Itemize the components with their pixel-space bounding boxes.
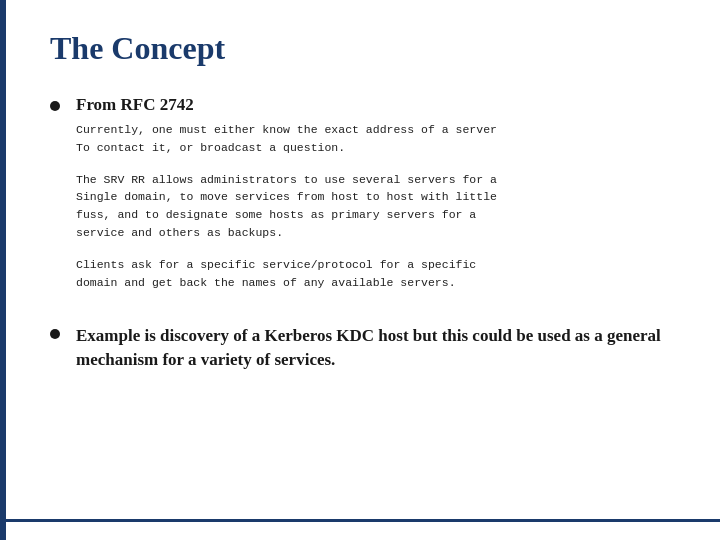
- left-border-decoration: [0, 0, 6, 540]
- bullet-dot-2: [50, 329, 60, 339]
- bullet-2-label: Example is discovery of a Kerberos KDC h…: [76, 324, 680, 373]
- bottom-border-decoration: [0, 519, 720, 522]
- bullet-item-2: Example is discovery of a Kerberos KDC h…: [50, 324, 680, 373]
- bullet-1-para3: Clients ask for a specific service/proto…: [76, 256, 680, 292]
- bullet-1-para1: Currently, one must either know the exac…: [76, 121, 680, 157]
- bullet-1-label: From RFC 2742: [76, 95, 680, 115]
- slide-title: The Concept: [40, 30, 680, 67]
- content-area: From RFC 2742 Currently, one must either…: [40, 95, 680, 373]
- bullet-1-content: From RFC 2742 Currently, one must either…: [76, 95, 680, 306]
- slide: The Concept From RFC 2742 Currently, one…: [0, 0, 720, 540]
- bullet-item-1: From RFC 2742 Currently, one must either…: [50, 95, 680, 306]
- bullet-1-para2: The SRV RR allows administrators to use …: [76, 171, 680, 242]
- bullet-dot-1: [50, 101, 60, 111]
